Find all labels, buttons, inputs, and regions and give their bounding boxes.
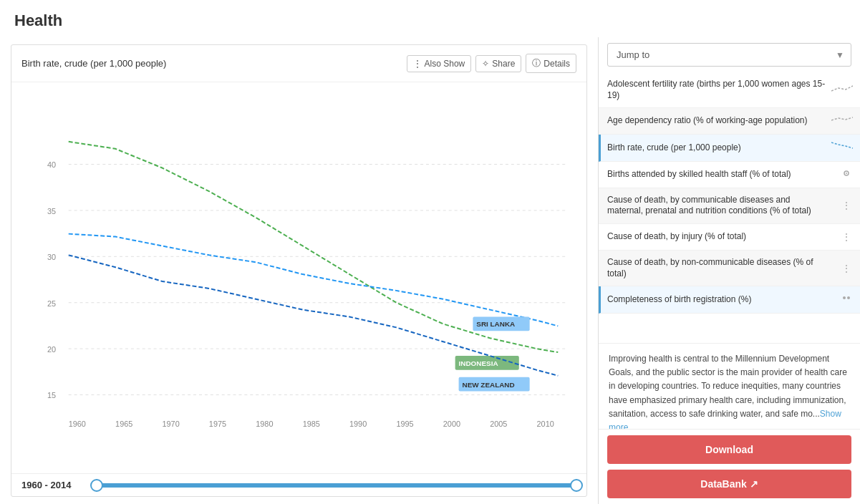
page-header: Health xyxy=(0,0,860,37)
svg-text:1990: 1990 xyxy=(349,420,367,428)
details-label: Details xyxy=(543,59,570,69)
indicator-text: Adolescent fertility rate (births per 1,… xyxy=(607,79,831,101)
indicator-chart-icon xyxy=(831,84,851,97)
svg-text:40: 40 xyxy=(47,160,56,169)
svg-text:1985: 1985 xyxy=(303,420,320,428)
svg-text:1995: 1995 xyxy=(396,420,413,428)
indicator-text: Completeness of birth registration (%) xyxy=(607,294,831,306)
action-buttons: Download DataBank ↗ xyxy=(599,430,860,504)
indicator-menu-icon: ⋮ xyxy=(831,262,851,275)
svg-text:1960: 1960 xyxy=(69,420,86,428)
svg-text:20: 20 xyxy=(47,345,56,354)
svg-text:25: 25 xyxy=(47,299,56,308)
indicator-text: Birth rate, crude (per 1,000 people) xyxy=(607,142,831,154)
also-show-button[interactable]: ⋮ Also Show xyxy=(407,55,472,72)
indicator-text: Cause of death, by non-communicable dise… xyxy=(607,257,831,279)
jump-to-select[interactable]: Jump to xyxy=(607,43,851,67)
chart-footer: 1960 - 2014 xyxy=(11,473,586,496)
indicator-text: Age dependency ratio (% of working-age p… xyxy=(607,115,831,127)
main-layout: Birth rate, crude (per 1,000 people) ⋮ A… xyxy=(0,37,860,504)
indicator-text: Births attended by skilled health staff … xyxy=(607,169,831,180)
jump-to-wrapper: Jump to ▼ xyxy=(599,37,860,72)
indicator-chart-icon xyxy=(831,293,851,306)
indicator-chart-icon xyxy=(831,168,851,181)
svg-text:15: 15 xyxy=(47,391,56,399)
svg-text:2000: 2000 xyxy=(443,420,460,428)
right-panel: Jump to ▼ Adolescent fertility rate (bir… xyxy=(599,37,860,504)
svg-point-32 xyxy=(847,296,850,299)
svg-text:INDONESIA: INDONESIA xyxy=(459,359,498,367)
indicator-menu-icon: ⋮ xyxy=(831,199,851,212)
indicators-list: Adolescent fertility rate (births per 1,… xyxy=(599,72,860,344)
indicator-item[interactable]: Cause of death, by injury (% of total) ⋮ xyxy=(599,224,860,251)
indicator-text: Cause of death, by injury (% of total) xyxy=(607,231,831,243)
details-icon: ⓘ xyxy=(532,57,541,69)
indicator-item[interactable]: Adolescent fertility rate (births per 1,… xyxy=(599,72,860,108)
svg-text:1970: 1970 xyxy=(162,420,179,428)
svg-point-30 xyxy=(846,173,847,174)
indicator-item[interactable]: Cause of death, by communicable diseases… xyxy=(599,188,860,224)
details-button[interactable]: ⓘ Details xyxy=(526,54,576,73)
slider-handle-left[interactable] xyxy=(90,479,103,492)
indicator-item-active[interactable]: Birth rate, crude (per 1,000 people) xyxy=(599,135,860,161)
svg-text:NEW ZEALAND: NEW ZEALAND xyxy=(463,381,515,389)
indicator-chart-icon xyxy=(831,115,851,127)
share-label: Share xyxy=(492,59,515,69)
share-button[interactable]: ✧ Share xyxy=(475,55,521,72)
description-box: Improving health is central to the Mille… xyxy=(599,344,860,430)
chart-container: Birth rate, crude (per 1,000 people) ⋮ A… xyxy=(11,44,587,497)
indicator-item[interactable]: Births attended by skilled health staff … xyxy=(599,162,860,188)
share-icon: ✧ xyxy=(482,59,489,69)
chart-title: Birth rate, crude (per 1,000 people) xyxy=(21,58,166,69)
svg-text:1980: 1980 xyxy=(256,420,273,428)
also-show-label: Also Show xyxy=(425,59,465,69)
slider-handle-right[interactable] xyxy=(570,479,583,492)
left-panel: Birth rate, crude (per 1,000 people) ⋮ A… xyxy=(0,37,599,504)
svg-text:2010: 2010 xyxy=(537,420,554,428)
indicator-text: Cause of death, by communicable diseases… xyxy=(607,195,831,217)
indicator-menu-icon: ⋮ xyxy=(831,231,851,243)
chart-area: 40 35 30 25 20 15 1960 1965 19 xyxy=(11,82,586,473)
chart-svg: 40 35 30 25 20 15 1960 1965 19 xyxy=(47,89,579,473)
also-show-icon: ⋮ xyxy=(413,59,422,69)
chart-actions: ⋮ Also Show ✧ Share ⓘ Details xyxy=(407,54,576,73)
timeline-slider[interactable] xyxy=(97,483,576,488)
download-button[interactable]: Download xyxy=(607,435,851,464)
databank-button[interactable]: DataBank ↗ xyxy=(607,470,851,498)
svg-text:35: 35 xyxy=(47,207,56,215)
svg-text:30: 30 xyxy=(47,253,56,261)
chart-header: Birth rate, crude (per 1,000 people) ⋮ A… xyxy=(11,45,586,82)
year-range: 1960 - 2014 xyxy=(21,480,86,490)
svg-text:SRI LANKA: SRI LANKA xyxy=(476,320,515,328)
svg-point-31 xyxy=(843,296,846,299)
indicator-item[interactable]: Age dependency ratio (% of working-age p… xyxy=(599,108,860,135)
indicator-chart-icon xyxy=(831,141,851,154)
svg-text:2005: 2005 xyxy=(490,420,507,428)
svg-text:1975: 1975 xyxy=(209,420,226,428)
svg-text:1965: 1965 xyxy=(115,420,132,428)
indicator-item-active[interactable]: Completeness of birth registration (%) xyxy=(599,286,860,313)
page-title: Health xyxy=(14,11,846,30)
indicator-item[interactable]: Cause of death, by non-communicable dise… xyxy=(599,251,860,286)
description-text: Improving health is central to the Mille… xyxy=(609,354,847,419)
